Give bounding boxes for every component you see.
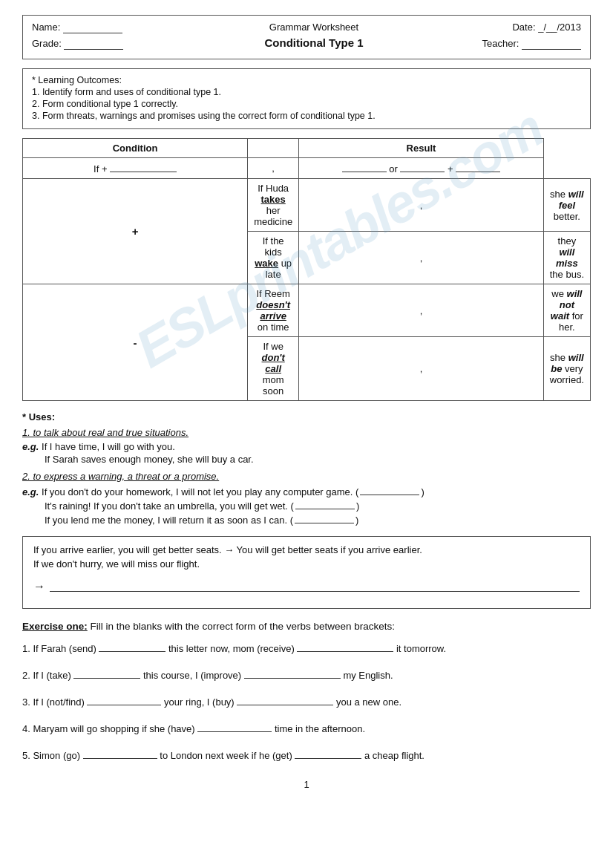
formula-if: If + [94, 163, 110, 174]
positive-condition-1: If Huda takes her medicine [248, 179, 299, 232]
will-feel: will feel [559, 189, 584, 211]
exercise-title: Exercise one: Fill in the blanks with th… [22, 621, 591, 632]
page-number: 1 [22, 779, 591, 790]
use1-eg: e.g. If I have time, I will go with you. [22, 441, 591, 452]
formula-plus: + [448, 163, 456, 174]
formula-row: If + , or + [23, 158, 591, 179]
outcomes-box: * Learning Outcomes: 1. Identify form an… [22, 68, 591, 129]
exercise-item-4: 4. Maryam will go shopping if she (have)… [22, 721, 591, 737]
use2-heading: 2. to express a warning, a threat or a p… [22, 471, 591, 482]
eg-label-1: e.g. [22, 441, 39, 452]
eg-label-2: e.g. [22, 486, 39, 497]
header-title: Grammar Worksheet [180, 22, 448, 33]
grammar-table: Condition Result If + , or + [22, 138, 591, 401]
exercise-label: Exercise one: [22, 621, 88, 632]
neg-comma-2: , [299, 337, 544, 401]
page: ESLprintables.com Name: Grammar Workshee… [22, 15, 591, 790]
wake-word: wake [255, 258, 278, 269]
formula-blank2 [342, 162, 387, 172]
ex-blank-5b [295, 748, 361, 759]
positive-result-1: she will feel better. [543, 179, 590, 232]
header-teacher: Teacher: [448, 38, 581, 50]
ex-blank-2b [244, 668, 341, 679]
use1-heading: 1. to talk about real and true situation… [22, 427, 591, 438]
arrow-icon: → [33, 580, 45, 593]
will-be: will be [551, 352, 583, 374]
outcome-2: 2. Form conditional type 1 correctly. [32, 99, 581, 109]
formula-blank1 [110, 162, 177, 172]
header-row-2: Grade: Conditional Type 1 Teacher: [32, 36, 581, 50]
formula-or: or [389, 163, 400, 174]
use1-example-2: If Sarah saves enough money, she will bu… [22, 454, 591, 465]
arrow-line: → [33, 577, 580, 593]
inner-sentence-2: If we don't hurry, we will miss our flig… [33, 558, 580, 570]
exercise-item-3: 3. If I (not/find) your ring, I (buy) yo… [22, 694, 591, 711]
will-not-wait: will not wait [551, 288, 583, 322]
uses-section: * Uses: 1. to talk about real and true s… [22, 411, 591, 526]
use2-example-2: It's raining! If you don't take an umbre… [22, 499, 591, 512]
header-name: Name: [32, 22, 180, 33]
col-result-header: Result [299, 139, 544, 158]
negative-condition-1: If Reem doesn't arrive on time [248, 284, 299, 337]
header-grade: Grade: [32, 38, 180, 50]
teacher-label: Teacher: [482, 38, 519, 49]
positive-result-2: they will miss the bus. [543, 232, 590, 284]
pos-comma-1: , [299, 179, 544, 232]
ex-blank-4a [197, 722, 272, 732]
neg-comma-1: , [299, 284, 544, 337]
worksheet-subtitle: Conditional Type 1 [264, 36, 363, 49]
negative-result-2: she will be very worried. [543, 337, 590, 401]
ex-blank-1b [297, 642, 393, 652]
outcomes-intro: * Learning Outcomes: [32, 75, 581, 85]
grade-input [64, 38, 123, 50]
header-date: Date: _/__/2013 [448, 22, 581, 33]
teacher-input [522, 38, 581, 50]
ex-blank-2a [73, 668, 140, 679]
name-label: Name: [32, 22, 60, 33]
outcome-1: 1. Identify form and uses of conditional… [32, 87, 581, 97]
worksheet-title: Grammar Worksheet [269, 22, 358, 33]
use2-example-1: If you don't do your homework, I will no… [42, 486, 424, 497]
grade-label: Grade: [32, 38, 62, 49]
inner-blank-line [50, 581, 580, 592]
use2-eg: e.g. If you don't do your homework, I wi… [22, 485, 591, 497]
negative-condition-2: If we don't call mom soon [248, 337, 299, 401]
negative-sign: - [23, 284, 248, 401]
col-condition-header: Condition [23, 139, 248, 158]
paren-blank-3 [295, 513, 354, 523]
uses-title: * Uses: [22, 411, 591, 422]
outcome-3: 3. Form threats, warnings and promises u… [32, 111, 581, 121]
header-subtitle: Conditional Type 1 [180, 36, 448, 49]
exercise-title-rest: Fill in the blanks with the correct form… [91, 621, 395, 632]
col-comma-header [248, 139, 299, 158]
header-row-1: Name: Grammar Worksheet Date: _/__/2013 [32, 22, 581, 33]
exercise-item-1: 1. If Farah (send) this letter now, mom … [22, 641, 591, 657]
ex-blank-3a [87, 695, 161, 705]
pos-comma-2: , [299, 232, 544, 284]
dont-call: don't call [262, 352, 285, 374]
exercise-item-2: 2. If I (take) this course, I (improve) … [22, 668, 591, 684]
exercise-item-5: 5. Simon (go) to London next week if he … [22, 748, 591, 764]
formula-blank3 [400, 162, 445, 172]
name-input [63, 22, 122, 33]
formula-condition: If + [23, 158, 248, 179]
paren-blank-2 [295, 499, 355, 509]
inner-sentence-1: If you arrive earlier, you will get bett… [33, 544, 580, 555]
formula-blank4 [456, 162, 500, 172]
takes-word: takes [261, 194, 286, 205]
ex-blank-3b [237, 695, 333, 705]
ex-blank-1a [99, 642, 165, 652]
paren-blank-1 [360, 485, 419, 495]
exercise-section: Exercise one: Fill in the blanks with th… [22, 621, 591, 764]
positive-row-1: + If Huda takes her medicine , she will … [23, 179, 591, 232]
formula-result: or + [299, 158, 544, 179]
use2-example-3: If you lend me the money, I will return … [22, 513, 591, 526]
negative-row-1: - If Reem doesn't arrive on time , we wi… [23, 284, 591, 337]
positive-condition-2: If the kids wake up late [248, 232, 299, 284]
formula-comma-cell: , [248, 158, 299, 179]
will-miss: will miss [556, 247, 578, 269]
negative-result-1: we will not wait for her. [543, 284, 590, 337]
date-label: Date: _/__/2013 [512, 22, 581, 33]
header-box: Name: Grammar Worksheet Date: _/__/2013 … [22, 15, 591, 59]
inner-box: If you arrive earlier, you will get bett… [22, 536, 591, 609]
